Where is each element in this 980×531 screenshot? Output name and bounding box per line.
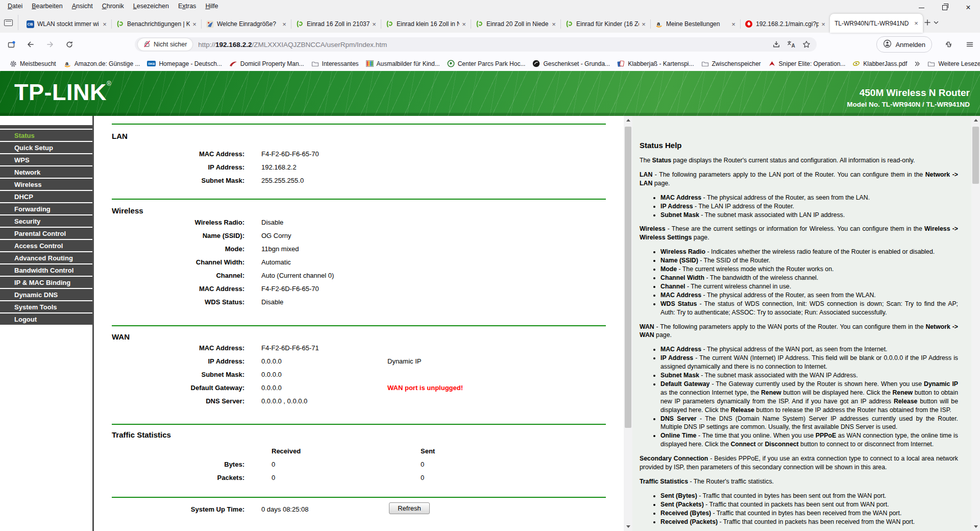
sidebar-item-parental-control[interactable]: Parental Control (0, 228, 92, 239)
menu-datei[interactable]: Datei (3, 1, 27, 11)
content-scrollbar[interactable] (624, 116, 632, 531)
tab-einrad-klein-16-zoll-in-n[interactable]: Einrad klein 16 Zoll in N× (381, 15, 471, 33)
bookmark-sniper-elite-operation[interactable]: Sniper Elite: Operation... (765, 59, 849, 69)
tab-tl-wr940n-tl-wr941nd[interactable]: TL-WR940N/TL-WR941ND× (830, 14, 923, 33)
menu-lesezeichen[interactable]: Lesezeichen (129, 1, 174, 11)
tab-einrad-20-zoll-in-niede[interactable]: Einrad 20 Zoll in Niede× (471, 15, 560, 33)
bookmark-center-parcs-park-hoc[interactable]: Center Parcs Park Hoc... (444, 58, 529, 69)
refresh-button[interactable]: Refresh (389, 502, 430, 514)
address-bar[interactable]: Nicht sicher http://192.168.2.2/ZMLXXXIA… (135, 37, 817, 52)
sidebar-item-advanced-routing[interactable]: Advanced Routing (0, 252, 92, 263)
scroll-down-button[interactable] (624, 522, 632, 531)
tab-benachrichtigungen-k[interactable]: Benachrichtigungen | K× (111, 15, 201, 33)
sidebar-item-access-control[interactable]: Access Control (0, 240, 92, 251)
save-page-button[interactable] (772, 40, 780, 49)
tab-welche-einradgr-e[interactable]: Welche Einradgröße?× (201, 15, 291, 33)
security-chip[interactable]: Nicht sicher (138, 38, 192, 51)
menu-extras[interactable]: Extras (174, 1, 201, 11)
forward-icon (46, 40, 54, 49)
tab-meine-bestellungen[interactable]: aMeine Bestellungen× (650, 15, 740, 33)
sidebar-item-wireless[interactable]: Wireless (0, 179, 92, 190)
menu-hilfe[interactable]: Hilfe (201, 1, 223, 11)
tab-einrad-16-zoll-in-21037[interactable]: Einrad 16 Zoll in 21037× (291, 15, 381, 33)
tab-close-button[interactable]: × (819, 19, 828, 29)
menu-bearbeiten[interactable]: Bearbeiten (27, 1, 67, 11)
extensions-button[interactable] (940, 36, 957, 53)
bookmark-klabberjass-pdf[interactable]: KlabberJass.pdf (849, 59, 911, 69)
menu-ansicht[interactable]: Ansicht (67, 1, 97, 11)
bookmarks-overflow-button[interactable] (911, 59, 924, 68)
plus-icon (924, 19, 931, 26)
help-scrollbar[interactable] (971, 116, 980, 531)
menu-button[interactable] (962, 36, 978, 53)
tab-close-button[interactable]: × (549, 19, 558, 29)
sidebar-item-quick-setup[interactable]: Quick Setup (0, 142, 92, 153)
list-all-tabs-button[interactable] (933, 15, 939, 30)
help-bullet: Default Gateway - The Gateway currently … (660, 380, 958, 415)
tab-close-button[interactable]: × (729, 19, 738, 29)
section-title-traffic-statistics: Traffic Statistics (112, 430, 171, 439)
sidebar-item-dynamic-dns[interactable]: Dynamic DNS (0, 289, 92, 300)
bookmark-label: Interessantes (322, 60, 359, 67)
bookmark-interessantes[interactable]: Interessantes (308, 59, 362, 69)
forward-button[interactable] (42, 36, 58, 53)
bookmark-ausmalbilder-f-r-kind[interactable]: Ausmalbilder für Kind... (362, 59, 444, 69)
bookmark-zwischenspeicher[interactable]: Zwischenspeicher (698, 59, 765, 69)
sidebar-item-forwarding[interactable]: Forwarding (0, 203, 92, 214)
domicil-icon (229, 61, 237, 67)
back-button[interactable] (22, 36, 39, 53)
tab-close-button[interactable]: × (912, 19, 921, 28)
bookmark-meistbesucht[interactable]: Meistbesucht (6, 59, 60, 69)
tab-192-168-2-1-main-cgi-p[interactable]: 192.168.2.1/main.cgi?p× (740, 15, 830, 33)
bookmark-domicil-property-man[interactable]: Domicil Property Man... (226, 59, 308, 69)
new-tab-button[interactable] (924, 15, 931, 30)
help-bullet-list: Sent (Bytes) - Traffic that counted in b… (653, 492, 958, 526)
tab-close-button[interactable]: × (639, 19, 648, 29)
status-row: MAC Address:F4-F2-6D-F6-65-71 (95, 342, 611, 355)
sidebar-item-security[interactable]: Security (0, 215, 92, 227)
tab-close-button[interactable]: × (459, 19, 469, 29)
bookmark-star-button[interactable] (802, 40, 811, 49)
sidebar-item-network[interactable]: Network (0, 166, 92, 178)
status-row: Channel:Auto (Current channel 0) (95, 269, 611, 282)
field-label: MAC Address: (95, 342, 244, 355)
favicon-amazon-icon: a (655, 20, 663, 28)
sidebar-item-status[interactable]: Status (0, 130, 92, 141)
bookmark-geschenkset-grunda[interactable]: Geschenkset - Grunda... (529, 58, 614, 69)
import-window-button[interactable] (3, 36, 19, 53)
bookmark-klabberja-kartenspi[interactable]: Klabberjaß - Kartenspi... (614, 59, 697, 69)
help-bullet-list: MAC Address - The physical address of th… (653, 194, 958, 220)
sidebar-item-bandwidth-control[interactable]: Bandwidth Control (0, 264, 92, 276)
sidebar-item-ip-mac-binding[interactable]: IP & MAC Binding (0, 277, 92, 288)
tab-close-button[interactable]: × (190, 19, 199, 29)
tab-label: Einrad für Kinder (16 Zo (576, 20, 639, 28)
scrollbar-thumb[interactable] (625, 127, 631, 428)
tab-wlan-stockt-immer-wi[interactable]: CBWLAN stockt immer wi× (21, 15, 111, 33)
tab-close-button[interactable]: × (280, 19, 289, 29)
restore-button[interactable] (933, 0, 957, 15)
sidebar-item-logout[interactable]: Logout (0, 313, 92, 325)
tab-close-button[interactable]: × (370, 19, 379, 29)
sign-in-button[interactable]: Anmelden (876, 36, 932, 53)
scroll-down-button[interactable] (971, 522, 980, 531)
reload-button[interactable] (61, 36, 78, 53)
translate-button[interactable]: A (787, 40, 796, 49)
tab-close-button[interactable]: × (100, 19, 109, 29)
scroll-up-button[interactable] (624, 116, 632, 125)
sidebar-item-dhcp[interactable]: DHCP (0, 191, 92, 202)
bookmark-weitere-lesezeichen[interactable]: Weitere Lesezeichen (924, 59, 980, 69)
tab-manager-button[interactable] (4, 15, 18, 30)
account-icon (883, 39, 892, 50)
sidebar-item-system-tools[interactable]: System Tools (0, 301, 92, 312)
bookmark-homepage-deutsch[interactable]: DKBHomepage - Deutsch... (143, 59, 225, 69)
scroll-up-button[interactable] (971, 116, 980, 125)
close-button[interactable]: × (957, 0, 980, 15)
bookmark-amazon-de-g-nstige[interactable]: aAmazon.de: Günstige ... (60, 58, 144, 69)
minimize-button[interactable] (910, 0, 933, 15)
field-value: 0 days 08:25:08 (261, 503, 309, 516)
sidebar-item-wps[interactable]: WPS (0, 154, 92, 165)
tab-einrad-f-r-kinder-16-zo[interactable]: Einrad für Kinder (16 Zo× (560, 15, 650, 33)
scrollbar-thumb[interactable] (972, 127, 979, 184)
triangle-up-icon (626, 119, 630, 122)
menu-chronik[interactable]: Chronik (97, 1, 129, 11)
